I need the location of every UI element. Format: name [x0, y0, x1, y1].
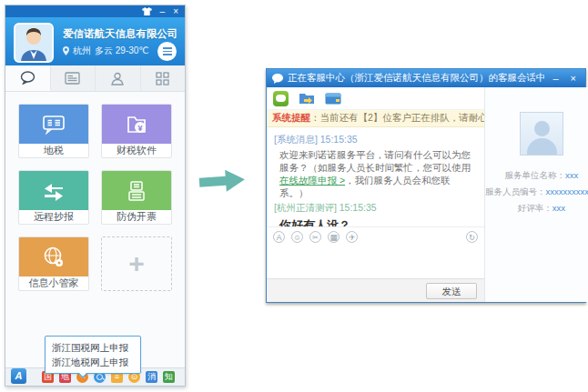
font-icon[interactable]: A	[273, 231, 285, 243]
tooltip-line: 浙江国税网上申报	[52, 340, 134, 355]
location-row: 杭州 多云 29-30℃	[63, 45, 149, 57]
chat-window: 正在客服中心（浙江爱信诺航天信息有限公司）的客服会话中... – ×	[266, 68, 586, 303]
left-app-header: 爱信诺航天信息有限公司 杭州 多云 29-30℃	[5, 17, 185, 65]
chat-bubble-icon	[20, 71, 35, 85]
transfer-folder-icon[interactable]	[299, 92, 315, 105]
left-app-window: – × 爱信诺航天信息有限公司 杭州 多云 29-30℃	[5, 5, 186, 387]
notice-text: ：当前还有【2】位客户正在排队，请耐心等待...	[310, 112, 484, 123]
message-sender: [杭州正清测评] 15:15:35	[274, 202, 477, 215]
tab-bar	[5, 65, 185, 92]
input-toolbar: A ☺ ✂ ▦ ✈ ↻	[267, 226, 484, 246]
chat-minimize-button[interactable]: –	[549, 74, 562, 84]
city-label: 杭州	[73, 45, 91, 57]
agent-sidebar: 服务单位名称：xxx 服务人员编号：xxxxxxxxxxxx 好评率：xxx	[485, 87, 588, 302]
notice-label: 系统提醒	[272, 112, 310, 123]
left-app-titlebar: – ×	[5, 5, 185, 17]
agent-field: 服务单位名称：xxx	[485, 167, 588, 184]
screenshot-stage: – × 爱信诺航天信息有限公司 杭州 多云 29-30℃	[0, 0, 588, 392]
knowledge-icon[interactable]: 知	[163, 371, 175, 383]
tile-local-tax[interactable]: 地税	[18, 104, 89, 158]
company-name: 爱信诺航天信息有限公司	[63, 27, 178, 41]
tile-grid: 地税 ¥ 财税软件	[5, 92, 185, 291]
close-button[interactable]: ×	[173, 7, 178, 16]
message-input[interactable]	[267, 246, 484, 278]
tab-contacts[interactable]	[96, 65, 141, 91]
message-text: 你好有人没？	[274, 217, 477, 226]
shake-icon[interactable]: ✈	[346, 231, 358, 243]
chat-window-title: 正在客服中心（浙江爱信诺航天信息有限公司）的客服会话中...	[288, 72, 544, 85]
tile-label: 地税	[19, 144, 88, 157]
skin-shirt-icon[interactable]	[142, 7, 152, 15]
send-button[interactable]: 发送	[426, 283, 477, 299]
tile-remote-report[interactable]: 远程抄报	[18, 170, 89, 225]
tab-apps[interactable]	[141, 65, 186, 91]
tile-label: 远程抄报	[19, 210, 88, 224]
agent-field: 好评率：xxx	[485, 200, 588, 216]
contacts-icon	[111, 72, 124, 85]
aisino-logo-icon[interactable]: A	[11, 368, 26, 384]
menu-button[interactable]	[157, 42, 177, 61]
chat-session-icon[interactable]	[273, 91, 289, 106]
message-list[interactable]: [系统消息] 15:15:35 欢迎来到诺诺服务平台，请问有什么可以为您服务？（…	[267, 127, 484, 226]
system-notice-bar: 系统提醒：当前还有【2】位客户正在排队，请耐心等待...	[267, 110, 484, 127]
svg-text:¥: ¥	[137, 123, 142, 132]
chat-toolbar	[267, 87, 484, 110]
location-pin-icon	[63, 46, 69, 55]
add-tile-plus-icon: +	[128, 250, 145, 277]
chat-close-button[interactable]: ×	[567, 74, 580, 84]
tile-label: 防伪开票	[102, 210, 171, 224]
tile-info-butler[interactable]: 信息小管家	[18, 236, 89, 291]
avatar[interactable]	[14, 23, 54, 63]
message-icon[interactable]: 消	[146, 371, 157, 383]
remote-card-icon[interactable]	[325, 93, 341, 105]
finance-folder-icon: ¥	[125, 114, 148, 136]
tile-label: 信息小管家	[19, 276, 88, 290]
globe-gear-icon	[42, 246, 66, 269]
flow-arrow-icon	[198, 166, 247, 196]
weather-label: 多云 29-30℃	[95, 45, 149, 57]
news-icon	[65, 72, 80, 85]
tile-add[interactable]: +	[101, 236, 172, 291]
image-icon[interactable]: ▦	[328, 231, 340, 243]
tab-chat[interactable]	[5, 65, 51, 91]
agent-field: 服务人员编号：xxxxxxxxxxxx	[485, 184, 588, 200]
message-sender: [系统消息] 15:15:35	[274, 134, 477, 146]
agent-avatar	[520, 112, 563, 156]
send-bar: 发送	[267, 278, 484, 302]
chat-main-pane: 系统提醒：当前还有【2】位客户正在排队，请耐心等待... [系统消息] 15:1…	[267, 87, 485, 302]
tooltip-line: 浙江地税网上申报	[52, 355, 134, 369]
minimize-button[interactable]: –	[160, 7, 166, 16]
tax-bubble-icon	[42, 114, 66, 136]
tile-finance-software[interactable]: ¥ 财税软件	[101, 104, 172, 158]
emoticon-icon[interactable]: ☺	[291, 231, 303, 243]
invoice-machine-icon	[126, 180, 147, 202]
tile-label: 财税软件	[102, 144, 171, 157]
taskbar-tooltip: 浙江国税网上申报 浙江地税网上申报	[45, 336, 141, 374]
chat-title-icon	[272, 74, 283, 84]
scissors-icon[interactable]: ✂	[309, 231, 321, 243]
tab-news[interactable]	[51, 65, 96, 91]
apps-icon	[156, 72, 169, 85]
history-icon[interactable]: ↻	[466, 231, 478, 243]
swap-arrows-icon	[42, 181, 66, 201]
chat-titlebar: 正在客服中心（浙江爱信诺航天信息有限公司）的客服会话中... – ×	[267, 69, 585, 87]
message-text: 欢迎来到诺诺服务平台，请问有什么可以为您服务？（如服务人员长时间繁忙，您可以使用…	[274, 148, 477, 199]
online-fault-report-link[interactable]: 在线故障申报 >	[279, 175, 345, 186]
agent-info: 服务单位名称：xxx 服务人员编号：xxxxxxxxxxxx 好评率：xxx	[485, 167, 588, 216]
tile-anti-fake-invoicing[interactable]: 防伪开票	[101, 170, 172, 225]
chat-body: 系统提醒：当前还有【2】位客户正在排队，请耐心等待... [系统消息] 15:1…	[267, 87, 585, 302]
